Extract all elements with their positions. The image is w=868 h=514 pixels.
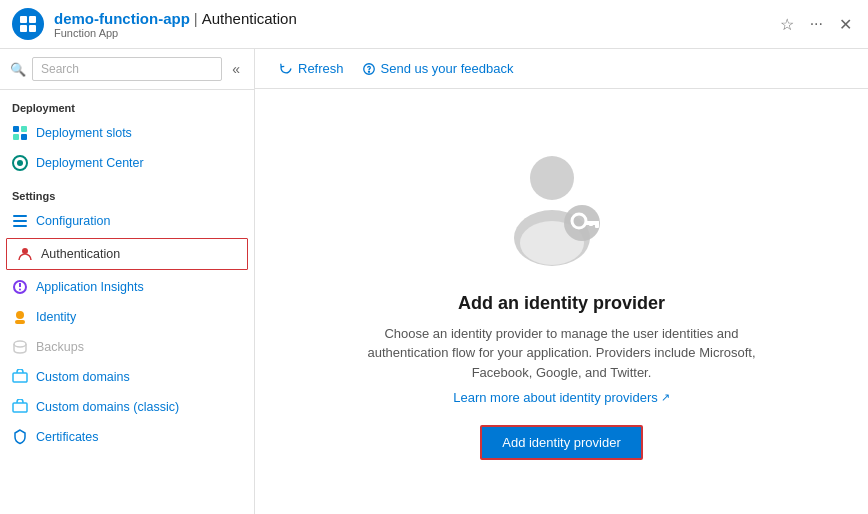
feedback-button[interactable]: Send us your feedback [354,57,522,80]
sidebar-item-deployment-slots[interactable]: Deployment slots [0,118,254,148]
configuration-icon [12,213,28,229]
svg-rect-6 [13,134,19,140]
sidebar-item-label: Custom domains (classic) [36,400,179,414]
sidebar-item-label: Configuration [36,214,110,228]
page-title: Authentication [202,10,297,27]
sidebar-item-application-insights[interactable]: Application Insights [0,272,254,302]
sidebar-item-label: Authentication [41,247,120,261]
refresh-icon [279,62,293,76]
app-subtitle: Function App [54,27,297,39]
sidebar-item-label: Certificates [36,430,99,444]
sidebar-item-label: Custom domains [36,370,130,384]
deployment-slots-icon [12,125,28,141]
sidebar-item-authentication[interactable]: Authentication [7,239,247,269]
close-button[interactable]: ✕ [835,13,856,36]
title-divider: | [194,10,198,27]
sidebar-item-authentication-wrapper: Authentication [6,238,248,270]
custom-domains-icon [12,369,28,385]
illustration [497,143,627,273]
sidebar-item-label: Backups [36,340,84,354]
learn-more-link[interactable]: Learn more about identity providers ↗ [453,390,670,405]
svg-rect-4 [13,126,19,132]
sidebar-collapse-button[interactable]: « [228,57,244,81]
sidebar-item-label: Deployment Center [36,156,144,170]
content-body: Add an identity provider Choose an ident… [255,89,868,514]
external-link-icon: ↗ [661,391,670,404]
certificates-icon [12,429,28,445]
sidebar-search-bar: 🔍 « [0,49,254,90]
app-avatar [12,8,44,40]
main-description: Choose an identity provider to manage th… [352,324,772,383]
svg-rect-31 [589,221,593,226]
svg-point-13 [22,248,28,254]
sidebar: 🔍 « Deployment Deployment slots Deployme… [0,49,255,514]
refresh-button[interactable]: Refresh [271,57,352,80]
svg-rect-12 [13,225,27,227]
more-button[interactable]: ··· [806,13,827,35]
svg-rect-0 [20,16,27,23]
sidebar-item-deployment-center[interactable]: Deployment Center [0,148,254,178]
main-layout: 🔍 « Deployment Deployment slots Deployme… [0,49,868,514]
svg-point-17 [16,311,24,319]
app-name: demo-function-app [54,10,190,27]
sidebar-item-certificates[interactable]: Certificates [0,422,254,452]
sidebar-item-custom-domains-classic[interactable]: Custom domains (classic) [0,392,254,422]
identity-icon [12,309,28,325]
svg-point-19 [14,341,26,347]
section-label-deployment: Deployment [0,90,254,118]
learn-more-text: Learn more about identity providers [453,390,658,405]
svg-rect-5 [21,126,27,132]
favorite-button[interactable]: ☆ [776,13,798,36]
search-icon: 🔍 [10,62,26,77]
main-heading: Add an identity provider [458,293,665,314]
svg-point-16 [19,289,21,291]
sidebar-item-label: Deployment slots [36,126,132,140]
svg-point-9 [17,160,23,166]
title-bar: demo-function-app | Authentication Funct… [0,0,868,49]
search-input[interactable] [32,57,222,81]
feedback-label: Send us your feedback [381,61,514,76]
sidebar-item-custom-domains[interactable]: Custom domains [0,362,254,392]
svg-rect-7 [21,134,27,140]
svg-rect-1 [29,16,36,23]
title-bar-actions: ☆ ··· ✕ [776,13,856,36]
section-label-settings: Settings [0,178,254,206]
svg-rect-20 [13,373,27,382]
deployment-center-icon [12,155,28,171]
svg-rect-11 [13,220,27,222]
svg-point-23 [368,71,369,72]
authentication-icon [17,246,33,262]
add-identity-provider-button[interactable]: Add identity provider [480,425,643,460]
title-block: demo-function-app | Authentication Funct… [54,10,297,39]
sidebar-item-identity[interactable]: Identity [0,302,254,332]
refresh-label: Refresh [298,61,344,76]
sidebar-item-backups[interactable]: Backups [0,332,254,362]
backups-icon [12,339,28,355]
svg-rect-18 [15,320,25,324]
svg-point-24 [530,156,574,200]
sidebar-scroll: Deployment Deployment slots Deployment C… [0,90,254,514]
svg-rect-3 [29,25,36,32]
svg-rect-10 [13,215,27,217]
content-area: Refresh Send us your feedback [255,49,868,514]
feedback-icon [362,62,376,76]
content-toolbar: Refresh Send us your feedback [255,49,868,89]
application-insights-icon [12,279,28,295]
sidebar-item-configuration[interactable]: Configuration [0,206,254,236]
custom-domains-classic-icon [12,399,28,415]
svg-rect-2 [20,25,27,32]
svg-rect-30 [595,221,599,228]
svg-rect-21 [13,403,27,412]
sidebar-item-label: Identity [36,310,76,324]
sidebar-item-label: Application Insights [36,280,144,294]
